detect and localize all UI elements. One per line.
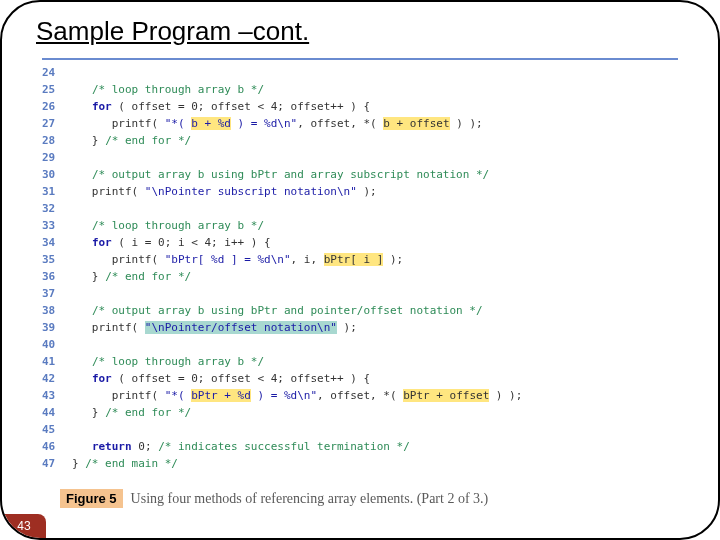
code-token: "*( <box>165 117 192 130</box>
code-token: /* output array b using bPtr and array s… <box>92 168 489 181</box>
code-token <box>72 304 92 317</box>
code-token: } <box>72 406 105 419</box>
code-token: ( offset = <box>112 100 191 113</box>
code-token: ); <box>383 253 403 266</box>
code-line: 24 <box>42 64 678 81</box>
code-token: } <box>72 457 85 470</box>
line-number: 28 <box>42 132 72 149</box>
code-token: printf( <box>72 117 165 130</box>
code-token <box>72 219 92 232</box>
code-line: 27 printf( "*( b + %d ) = %d\n", offset,… <box>42 115 678 132</box>
line-number: 33 <box>42 217 72 234</box>
code-line: 29 <box>42 149 678 166</box>
code-token: /* end for */ <box>105 406 191 419</box>
line-number: 25 <box>42 81 72 98</box>
code-token: ; offset++ ) { <box>277 100 370 113</box>
code-line: 37 <box>42 285 678 302</box>
code-line: 42 for ( offset = 0; offset < 4; offset+… <box>42 370 678 387</box>
code-line: 36 } /* end for */ <box>42 268 678 285</box>
code-token: ) ); <box>489 389 522 402</box>
code-token: printf( <box>72 389 165 402</box>
code-token: 0 <box>191 100 198 113</box>
code-token: , i, <box>291 253 324 266</box>
slide-frame: Sample Program –cont. 2425 /* loop throu… <box>0 0 720 540</box>
code-token: bPtr + offset <box>403 389 489 402</box>
code-token: b + %d <box>191 117 231 130</box>
code-token: 0 <box>158 236 165 249</box>
code-token: } <box>72 134 105 147</box>
code-token <box>72 100 92 113</box>
code-token: for <box>92 236 112 249</box>
code-token: "bPtr[ %d ] = %d\n" <box>165 253 291 266</box>
code-line: 31 printf( "\nPointer subscript notation… <box>42 183 678 200</box>
code-token <box>72 372 92 385</box>
code-token: bPtr[ i ] <box>324 253 384 266</box>
line-number: 32 <box>42 200 72 217</box>
code-token: ; offset < <box>198 100 271 113</box>
line-number: 44 <box>42 404 72 421</box>
code-token: 0 <box>138 440 145 453</box>
code-token <box>72 168 92 181</box>
code-line: 43 printf( "*( bPtr + %d ) = %d\n", offs… <box>42 387 678 404</box>
line-number: 45 <box>42 421 72 438</box>
code-line: 35 printf( "bPtr[ %d ] = %d\n", i, bPtr[… <box>42 251 678 268</box>
code-token: ) = %d\n" <box>231 117 297 130</box>
code-line: 44 } /* end for */ <box>42 404 678 421</box>
code-token: /* end main */ <box>85 457 178 470</box>
code-token: printf( <box>72 253 165 266</box>
code-line: 34 for ( i = 0; i < 4; i++ ) { <box>42 234 678 251</box>
code-token: ) ); <box>450 117 483 130</box>
line-number: 26 <box>42 98 72 115</box>
line-number: 34 <box>42 234 72 251</box>
line-number: 29 <box>42 149 72 166</box>
line-number: 30 <box>42 166 72 183</box>
code-line: 46 return 0; /* indicates successful ter… <box>42 438 678 455</box>
code-line: 26 for ( offset = 0; offset < 4; offset+… <box>42 98 678 115</box>
code-token <box>72 83 92 96</box>
code-token: ( offset = <box>112 372 191 385</box>
code-token: "\nPointer subscript notation\n" <box>145 185 357 198</box>
code-line: 28 } /* end for */ <box>42 132 678 149</box>
line-number: 41 <box>42 353 72 370</box>
line-number: 37 <box>42 285 72 302</box>
code-token <box>72 355 92 368</box>
page-number-badge: 43 <box>2 514 46 538</box>
code-line: 38 /* output array b using bPtr and poin… <box>42 302 678 319</box>
code-line: 30 /* output array b using bPtr and arra… <box>42 166 678 183</box>
line-number: 39 <box>42 319 72 336</box>
code-token: ) = %d\n" <box>251 389 317 402</box>
line-number: 43 <box>42 387 72 404</box>
code-token: "\nPointer/offset notation\n" <box>145 321 337 334</box>
line-number: 24 <box>42 64 72 81</box>
code-line: 33 /* loop through array b */ <box>42 217 678 234</box>
code-token: bPtr + %d <box>191 389 251 402</box>
code-token: /* loop through array b */ <box>92 219 264 232</box>
code-token: ; offset < <box>198 372 271 385</box>
line-number: 42 <box>42 370 72 387</box>
code-token: ); <box>337 321 357 334</box>
code-token <box>72 440 92 453</box>
figure-label: Figure 5 <box>60 489 123 508</box>
code-token: , offset, *( <box>317 389 403 402</box>
code-token: ; i++ ) { <box>211 236 271 249</box>
figure-caption-row: Figure 5 Using four methods of referenci… <box>60 489 488 508</box>
code-token: /* loop through array b */ <box>92 83 264 96</box>
code-token: /* end for */ <box>105 270 191 283</box>
code-line: 40 <box>42 336 678 353</box>
code-token: ; i < <box>165 236 205 249</box>
code-line: 47} /* end main */ <box>42 455 678 472</box>
code-token: ( i = <box>112 236 158 249</box>
code-token: return <box>92 440 132 453</box>
code-token: ); <box>357 185 377 198</box>
line-number: 36 <box>42 268 72 285</box>
code-token: /* loop through array b */ <box>92 355 264 368</box>
code-line: 32 <box>42 200 678 217</box>
line-number: 38 <box>42 302 72 319</box>
code-listing: 2425 /* loop through array b */26 for ( … <box>42 64 678 472</box>
figure-caption-text: Using four methods of referencing array … <box>131 491 489 507</box>
code-token: for <box>92 372 112 385</box>
code-token: /* indicates successful termination */ <box>158 440 410 453</box>
code-token: printf( <box>72 321 145 334</box>
code-token: } <box>72 270 105 283</box>
code-line: 41 /* loop through array b */ <box>42 353 678 370</box>
